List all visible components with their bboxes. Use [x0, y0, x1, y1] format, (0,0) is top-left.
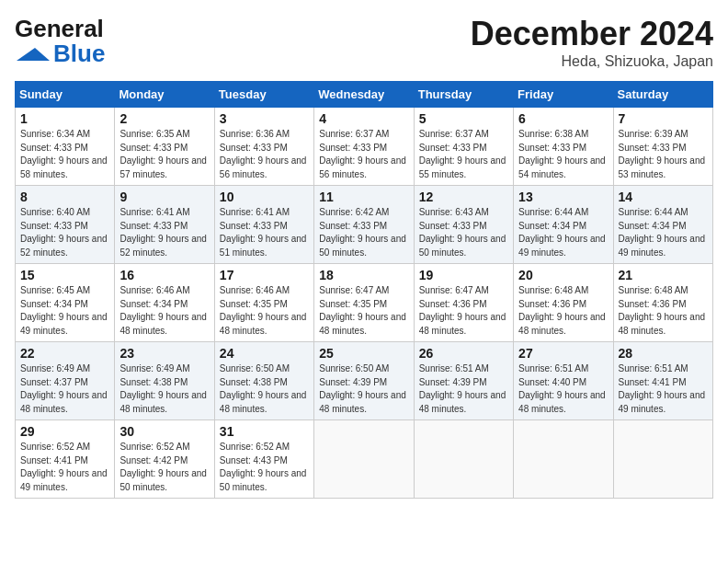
day-number: 13	[518, 190, 608, 204]
day-detail: Sunrise: 6:45 AMSunset: 4:34 PMDaylight:…	[20, 284, 109, 338]
weekday-header-sunday: Sunday	[16, 82, 115, 108]
calendar-cell: 22Sunrise: 6:49 AMSunset: 4:37 PMDayligh…	[16, 342, 115, 420]
title-block: December 2024 Heda, Shizuoka, Japan	[471, 15, 713, 70]
month-title: December 2024	[471, 15, 713, 53]
day-number: 1	[20, 111, 109, 126]
day-number: 18	[319, 268, 408, 282]
day-detail: Sunrise: 6:34 AMSunset: 4:33 PMDaylight:…	[20, 128, 109, 181]
day-number: 31	[220, 424, 309, 439]
weekday-header-tuesday: Tuesday	[214, 82, 313, 108]
day-number: 8	[20, 190, 109, 204]
calendar-cell: 3Sunrise: 6:36 AMSunset: 4:33 PMDaylight…	[214, 108, 313, 186]
day-number: 19	[419, 268, 508, 282]
day-detail: Sunrise: 6:51 AMSunset: 4:39 PMDaylight:…	[419, 362, 508, 416]
svg-marker-0	[17, 48, 50, 61]
calendar-cell: 14Sunrise: 6:44 AMSunset: 4:34 PMDayligh…	[613, 186, 712, 264]
weekday-header-friday: Friday	[514, 82, 613, 108]
calendar-cell: 9Sunrise: 6:41 AMSunset: 4:33 PMDaylight…	[115, 186, 214, 264]
calendar-week-row: 15Sunrise: 6:45 AMSunset: 4:34 PMDayligh…	[16, 264, 713, 342]
page-header: General Blue December 2024 Heda, Shizuok…	[15, 15, 713, 70]
day-number: 11	[319, 190, 408, 204]
calendar-cell: 13Sunrise: 6:44 AMSunset: 4:34 PMDayligh…	[514, 186, 613, 264]
weekday-header-wednesday: Wednesday	[314, 82, 414, 108]
day-detail: Sunrise: 6:47 AMSunset: 4:35 PMDaylight:…	[319, 284, 408, 338]
day-detail: Sunrise: 6:43 AMSunset: 4:33 PMDaylight:…	[419, 206, 508, 259]
day-number: 27	[518, 346, 608, 361]
day-detail: Sunrise: 6:46 AMSunset: 4:34 PMDaylight:…	[119, 284, 209, 338]
day-detail: Sunrise: 6:37 AMSunset: 4:33 PMDaylight:…	[319, 128, 408, 181]
day-detail: Sunrise: 6:46 AMSunset: 4:35 PMDaylight:…	[220, 284, 309, 338]
day-number: 4	[319, 111, 408, 126]
day-detail: Sunrise: 6:51 AMSunset: 4:41 PMDaylight:…	[619, 362, 708, 416]
calendar-cell: 20Sunrise: 6:48 AMSunset: 4:36 PMDayligh…	[514, 264, 613, 342]
day-detail: Sunrise: 6:38 AMSunset: 4:33 PMDaylight:…	[518, 128, 608, 181]
logo: General Blue	[15, 15, 105, 68]
calendar-cell: 16Sunrise: 6:46 AMSunset: 4:34 PMDayligh…	[115, 264, 214, 342]
day-detail: Sunrise: 6:42 AMSunset: 4:33 PMDaylight:…	[319, 206, 408, 259]
calendar-table: SundayMondayTuesdayWednesdayThursdayFrid…	[15, 81, 713, 499]
calendar-cell	[613, 420, 712, 499]
calendar-cell: 31Sunrise: 6:52 AMSunset: 4:43 PMDayligh…	[214, 420, 313, 499]
day-number: 7	[619, 111, 708, 126]
day-number: 21	[619, 268, 708, 282]
calendar-cell: 29Sunrise: 6:52 AMSunset: 4:41 PMDayligh…	[16, 420, 115, 499]
weekday-header-saturday: Saturday	[613, 82, 712, 108]
day-detail: Sunrise: 6:51 AMSunset: 4:40 PMDaylight:…	[518, 362, 608, 416]
day-number: 30	[119, 424, 209, 439]
day-detail: Sunrise: 6:52 AMSunset: 4:41 PMDaylight:…	[20, 441, 109, 494]
calendar-cell: 24Sunrise: 6:50 AMSunset: 4:38 PMDayligh…	[214, 342, 313, 420]
calendar-week-row: 1Sunrise: 6:34 AMSunset: 4:33 PMDaylight…	[16, 108, 713, 186]
day-detail: Sunrise: 6:49 AMSunset: 4:38 PMDaylight:…	[119, 362, 209, 416]
day-number: 28	[619, 346, 708, 361]
calendar-cell: 15Sunrise: 6:45 AMSunset: 4:34 PMDayligh…	[16, 264, 115, 342]
day-detail: Sunrise: 6:47 AMSunset: 4:36 PMDaylight:…	[419, 284, 508, 338]
calendar-cell	[414, 420, 513, 499]
calendar-cell: 26Sunrise: 6:51 AMSunset: 4:39 PMDayligh…	[414, 342, 513, 420]
day-number: 25	[319, 346, 408, 361]
day-detail: Sunrise: 6:50 AMSunset: 4:38 PMDaylight:…	[220, 362, 309, 416]
weekday-header-thursday: Thursday	[414, 82, 513, 108]
calendar-cell: 12Sunrise: 6:43 AMSunset: 4:33 PMDayligh…	[414, 186, 513, 264]
calendar-cell: 17Sunrise: 6:46 AMSunset: 4:35 PMDayligh…	[214, 264, 313, 342]
day-detail: Sunrise: 6:40 AMSunset: 4:33 PMDaylight:…	[20, 206, 109, 259]
day-number: 26	[419, 346, 508, 361]
calendar-cell: 1Sunrise: 6:34 AMSunset: 4:33 PMDaylight…	[16, 108, 115, 186]
calendar-cell: 6Sunrise: 6:38 AMSunset: 4:33 PMDaylight…	[514, 108, 613, 186]
calendar-cell: 28Sunrise: 6:51 AMSunset: 4:41 PMDayligh…	[613, 342, 712, 420]
day-detail: Sunrise: 6:41 AMSunset: 4:33 PMDaylight:…	[119, 206, 209, 259]
day-detail: Sunrise: 6:50 AMSunset: 4:39 PMDaylight:…	[319, 362, 408, 416]
logo-general: General	[15, 15, 104, 42]
calendar-cell	[514, 420, 613, 499]
calendar-cell: 2Sunrise: 6:35 AMSunset: 4:33 PMDaylight…	[115, 108, 214, 186]
calendar-cell: 30Sunrise: 6:52 AMSunset: 4:42 PMDayligh…	[115, 420, 214, 499]
calendar-cell: 11Sunrise: 6:42 AMSunset: 4:33 PMDayligh…	[314, 186, 414, 264]
calendar-week-row: 29Sunrise: 6:52 AMSunset: 4:41 PMDayligh…	[16, 420, 713, 499]
day-number: 3	[220, 111, 309, 126]
day-number: 10	[220, 190, 309, 204]
day-number: 15	[20, 268, 109, 282]
day-number: 24	[220, 346, 309, 361]
calendar-cell: 23Sunrise: 6:49 AMSunset: 4:38 PMDayligh…	[115, 342, 214, 420]
day-detail: Sunrise: 6:49 AMSunset: 4:37 PMDaylight:…	[20, 362, 109, 416]
calendar-cell: 10Sunrise: 6:41 AMSunset: 4:33 PMDayligh…	[214, 186, 313, 264]
calendar-cell: 18Sunrise: 6:47 AMSunset: 4:35 PMDayligh…	[314, 264, 414, 342]
day-detail: Sunrise: 6:41 AMSunset: 4:33 PMDaylight:…	[220, 206, 309, 259]
day-number: 14	[619, 190, 708, 204]
calendar-cell: 8Sunrise: 6:40 AMSunset: 4:33 PMDaylight…	[16, 186, 115, 264]
calendar-cell: 4Sunrise: 6:37 AMSunset: 4:33 PMDaylight…	[314, 108, 414, 186]
day-detail: Sunrise: 6:48 AMSunset: 4:36 PMDaylight:…	[619, 284, 708, 338]
calendar-header-row: SundayMondayTuesdayWednesdayThursdayFrid…	[16, 82, 713, 108]
day-detail: Sunrise: 6:39 AMSunset: 4:33 PMDaylight:…	[619, 128, 708, 181]
day-detail: Sunrise: 6:36 AMSunset: 4:33 PMDaylight:…	[220, 128, 309, 181]
day-detail: Sunrise: 6:52 AMSunset: 4:43 PMDaylight:…	[220, 441, 309, 494]
day-number: 22	[20, 346, 109, 361]
calendar-cell: 25Sunrise: 6:50 AMSunset: 4:39 PMDayligh…	[314, 342, 414, 420]
day-detail: Sunrise: 6:44 AMSunset: 4:34 PMDaylight:…	[619, 206, 708, 259]
day-number: 16	[119, 268, 209, 282]
day-number: 6	[518, 111, 608, 126]
day-number: 23	[119, 346, 209, 361]
logo-icon	[15, 46, 51, 63]
calendar-week-row: 8Sunrise: 6:40 AMSunset: 4:33 PMDaylight…	[16, 186, 713, 264]
calendar-cell	[314, 420, 414, 499]
logo-blue: Blue	[53, 40, 105, 68]
